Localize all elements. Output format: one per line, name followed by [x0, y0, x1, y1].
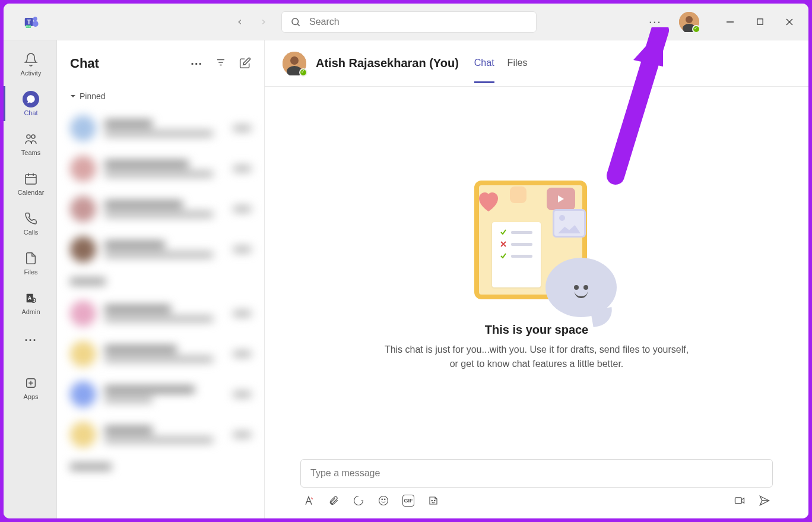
- svg-point-6: [292, 18, 299, 25]
- svg-text:T: T: [27, 18, 31, 25]
- svg-point-16: [31, 135, 35, 138]
- filter-button[interactable]: [215, 57, 226, 71]
- rail-label: Calls: [24, 229, 38, 236]
- chat-list-items-blurred: [57, 106, 264, 518]
- svg-rect-17: [26, 175, 36, 184]
- list-item[interactable]: [64, 374, 257, 415]
- empty-state-illustration: [462, 175, 611, 311]
- message-input[interactable]: [300, 459, 773, 488]
- rail-label: Calendar: [18, 189, 45, 196]
- tab-chat[interactable]: Chat: [474, 43, 494, 83]
- rail-files[interactable]: Files: [4, 245, 56, 280]
- svg-point-33: [379, 496, 388, 505]
- gif-button[interactable]: GIF: [402, 495, 414, 507]
- chat-person-avatar[interactable]: [283, 52, 306, 75]
- rail-chat[interactable]: Chat: [4, 86, 56, 121]
- chat-empty-state: This is your space This chat is just for…: [265, 87, 808, 459]
- loop-button[interactable]: [353, 495, 364, 507]
- nav-forward-button[interactable]: [256, 15, 271, 29]
- list-item[interactable]: [64, 229, 257, 270]
- chat-list-more-button[interactable]: ···: [191, 57, 202, 71]
- rail-calls[interactable]: Calls: [4, 205, 56, 241]
- calendar-icon: [23, 170, 39, 187]
- svg-rect-3: [33, 21, 39, 27]
- svg-point-31: [290, 56, 299, 65]
- svg-point-36: [432, 500, 433, 501]
- rail-label: Chat: [24, 109, 37, 116]
- chat-main: Atish Rajasekharan (You) Chat Files: [265, 40, 808, 518]
- app-window: TNEW ···: [4, 4, 808, 518]
- svg-point-15: [27, 135, 30, 138]
- settings-more-button[interactable]: ···: [649, 15, 661, 29]
- heart-icon: [477, 191, 500, 213]
- left-rail: Activity Chat Teams Calendar: [4, 40, 57, 518]
- list-item[interactable]: [64, 334, 257, 374]
- chat-list-title: Chat: [70, 56, 191, 71]
- tab-files[interactable]: Files: [508, 43, 528, 83]
- composer-toolbar: GIF: [300, 488, 773, 507]
- apps-icon: [23, 375, 39, 391]
- svg-rect-12: [757, 19, 762, 24]
- chat-list-panel: Chat ··· Pinned: [57, 40, 265, 518]
- video-icon: [547, 188, 575, 210]
- empty-state-title: This is your space: [485, 323, 589, 337]
- rail-label: Files: [24, 268, 37, 276]
- image-icon: [553, 209, 586, 238]
- chat-header: Atish Rajasekharan (You) Chat Files: [265, 40, 808, 87]
- search-box[interactable]: [281, 11, 537, 33]
- rail-admin[interactable]: A Admin: [4, 285, 56, 320]
- window-controls: [724, 16, 795, 28]
- list-item[interactable]: [64, 293, 257, 334]
- nav-arrows: [233, 15, 271, 29]
- rail-teams[interactable]: Teams: [4, 126, 56, 161]
- section-label: Pinned: [80, 91, 106, 101]
- rail-apps[interactable]: Apps: [4, 370, 56, 405]
- video-clip-button[interactable]: [734, 495, 746, 507]
- titlebar-right: ···: [649, 12, 803, 32]
- minimize-button[interactable]: [724, 16, 736, 28]
- chat-list-actions: ···: [191, 57, 251, 71]
- svg-point-9: [686, 16, 693, 23]
- svg-text:NEW: NEW: [26, 25, 31, 27]
- more-icon: ···: [23, 332, 39, 349]
- maximize-button[interactable]: [754, 16, 766, 28]
- svg-rect-38: [735, 498, 742, 504]
- nav-back-button[interactable]: [233, 15, 247, 29]
- document-icon: [492, 222, 541, 287]
- presence-available-icon: [692, 25, 700, 33]
- emoji-button[interactable]: [378, 495, 389, 507]
- rail-more[interactable]: ···: [4, 327, 56, 353]
- list-item[interactable]: [64, 108, 257, 148]
- teams-logo-icon: TNEW: [24, 14, 40, 30]
- empty-state-text: This chat is just for you...with you. Us…: [382, 343, 691, 371]
- send-button[interactable]: [759, 495, 770, 507]
- close-button[interactable]: [784, 16, 795, 28]
- list-item[interactable]: [64, 415, 257, 455]
- sticker-button[interactable]: [427, 495, 439, 507]
- chat-person-name: Atish Rajasekharan (You): [316, 56, 459, 70]
- list-item[interactable]: [64, 189, 257, 229]
- titlebar: TNEW ···: [4, 4, 808, 40]
- rail-label: Activity: [21, 69, 42, 77]
- current-user-avatar[interactable]: [679, 12, 699, 32]
- bell-icon: [23, 51, 39, 68]
- search-input[interactable]: [309, 17, 528, 27]
- pinned-section-header[interactable]: Pinned: [57, 87, 264, 106]
- composer: GIF: [265, 459, 808, 518]
- list-item[interactable]: [64, 148, 257, 189]
- teams-icon: [23, 131, 39, 147]
- new-chat-button[interactable]: [239, 57, 251, 71]
- svg-point-37: [434, 500, 436, 501]
- app-body: Activity Chat Teams Calendar: [4, 40, 808, 518]
- rail-label: Apps: [23, 393, 38, 400]
- format-button[interactable]: [303, 495, 315, 507]
- svg-point-34: [382, 499, 383, 500]
- rail-calendar[interactable]: Calendar: [4, 166, 56, 201]
- svg-line-7: [297, 24, 299, 26]
- attach-button[interactable]: [328, 495, 340, 507]
- chevron-down-icon: [70, 93, 76, 99]
- calls-icon: [23, 210, 39, 227]
- chat-icon: [23, 91, 39, 107]
- rail-activity[interactable]: Activity: [4, 46, 56, 81]
- svg-point-2: [33, 17, 37, 21]
